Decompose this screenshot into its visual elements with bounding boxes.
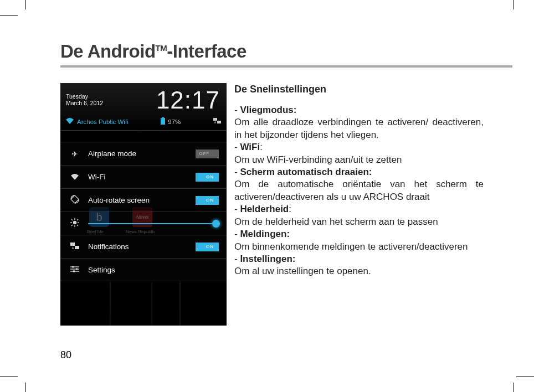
content-row: Tuesday March 6, 2012 12:17 Archos Publi… xyxy=(60,83,514,326)
item: - Scherm automatisch draaien: xyxy=(234,166,484,178)
shot-header: Tuesday March 6, 2012 12:17 xyxy=(60,83,227,114)
qs-notifications-row[interactable]: A Notifications ON xyxy=(60,235,227,258)
status-bar: Archos Public Wifi 97% A xyxy=(60,114,227,131)
page-number: 80 xyxy=(60,349,71,361)
svg-rect-22 xyxy=(76,268,78,270)
qs-airplane-row[interactable]: ✈ Airplane mode OFF xyxy=(60,142,227,165)
title-prefix: De Android xyxy=(60,41,156,61)
item-label: Helderheid xyxy=(240,204,289,214)
svg-rect-0 xyxy=(161,118,165,125)
battery-icon xyxy=(161,117,165,126)
svg-text:A: A xyxy=(72,246,74,250)
item-suffix: : xyxy=(289,204,291,214)
item-label: Scherm automatisch draaien: xyxy=(240,167,372,177)
wifi-icon xyxy=(66,118,74,125)
qs-wifi-row[interactable]: Wi-Fi ON xyxy=(60,165,227,188)
android-screenshot: Tuesday March 6, 2012 12:17 Archos Publi… xyxy=(60,83,227,326)
crop-mark xyxy=(514,0,514,9)
toggle-off[interactable]: OFF xyxy=(196,149,219,158)
item-label: Vliegmodus: xyxy=(240,105,296,115)
qs-label: Notifications xyxy=(81,243,196,251)
qs-label: Settings xyxy=(81,266,219,274)
wifi-icon xyxy=(68,173,81,182)
item-label: WiFi xyxy=(240,142,260,152)
toggle-on[interactable]: ON xyxy=(196,173,219,182)
title-rule xyxy=(60,65,512,68)
settings-icon xyxy=(68,265,81,275)
item-label: Meldingen: xyxy=(240,229,290,239)
svg-text:A: A xyxy=(214,121,217,124)
item-desc: Om uw WiFi-verbinding aan/uit te zetten xyxy=(234,154,484,166)
svg-rect-23 xyxy=(73,270,75,272)
quick-settings: b News Brief Me News Republic ✈ Airplane… xyxy=(60,131,227,281)
qs-brightness-row[interactable] xyxy=(60,212,227,235)
brightness-icon xyxy=(68,218,81,229)
text-column: De Snelinstellingen - Vliegmodus: Om all… xyxy=(234,83,484,326)
svg-rect-3 xyxy=(217,121,221,123)
page-title: De AndroidTM-Interface xyxy=(60,41,514,62)
toggle-on[interactable]: ON xyxy=(196,243,219,251)
svg-rect-15 xyxy=(70,243,75,246)
svg-line-11 xyxy=(71,219,73,220)
toggle-on[interactable]: ON xyxy=(196,196,219,205)
item: - WiFi: xyxy=(234,141,484,153)
qs-label: Auto-rotate screen xyxy=(81,196,196,204)
notification-toggle-icon: A xyxy=(213,118,221,125)
crop-mark xyxy=(25,383,26,392)
item-desc: Om binnenkomende meldingen te activeren/… xyxy=(234,241,484,253)
qs-label: Airplane mode xyxy=(81,149,196,158)
battery-pct: 97% xyxy=(168,118,181,125)
qs-autorotate-row[interactable]: Auto-rotate screen ON xyxy=(60,188,227,212)
page: De AndroidTM-Interface Tuesday March 6, … xyxy=(26,16,514,376)
battery-status: 97% xyxy=(161,117,181,126)
shot-date: Tuesday March 6, 2012 xyxy=(66,94,103,106)
trademark: TM xyxy=(156,43,167,53)
svg-point-6 xyxy=(73,221,76,224)
item-desc: Om alle draadloze verbindingen te active… xyxy=(234,116,484,141)
section-title: De Snelinstellingen xyxy=(234,83,484,96)
crop-mark xyxy=(516,376,534,377)
svg-line-14 xyxy=(71,225,73,226)
crop-mark xyxy=(0,15,18,16)
item-desc: Om al uw instellingen te openen. xyxy=(234,265,484,277)
item-desc: Om de automatische oriëntatie van het sc… xyxy=(234,178,484,203)
clock: 12:17 xyxy=(156,86,223,114)
slider-thumb[interactable] xyxy=(212,220,220,228)
svg-rect-16 xyxy=(75,246,79,249)
svg-line-13 xyxy=(77,219,78,220)
qs-label: Wi-Fi xyxy=(81,173,196,181)
svg-rect-21 xyxy=(72,266,74,267)
item-desc: Om de helderheid van het scherm aan te p… xyxy=(234,216,484,228)
svg-rect-1 xyxy=(162,117,164,118)
crop-mark xyxy=(25,0,26,9)
crop-mark xyxy=(0,376,18,377)
autorotate-icon xyxy=(68,195,81,205)
svg-line-12 xyxy=(77,225,78,226)
wifi-name: Archos Public Wifi xyxy=(77,118,129,125)
crop-mark xyxy=(514,383,514,392)
title-suffix: -Interface xyxy=(167,41,247,61)
airplane-icon: ✈ xyxy=(68,149,81,158)
item-suffix: : xyxy=(260,142,263,152)
item: - Meldingen: xyxy=(234,228,484,240)
wifi-status: Archos Public Wifi xyxy=(66,118,129,125)
qs-settings-row[interactable]: Settings xyxy=(60,258,227,281)
item: - Vliegmodus: xyxy=(234,104,484,116)
item: - Helderheid: xyxy=(234,203,484,215)
notifications-icon: A xyxy=(68,243,81,251)
item-label: Instellingen: xyxy=(240,254,295,264)
brightness-slider[interactable] xyxy=(88,223,219,224)
shot-date-line: March 6, 2012 xyxy=(66,100,103,107)
item: - Instellingen: xyxy=(234,253,484,265)
